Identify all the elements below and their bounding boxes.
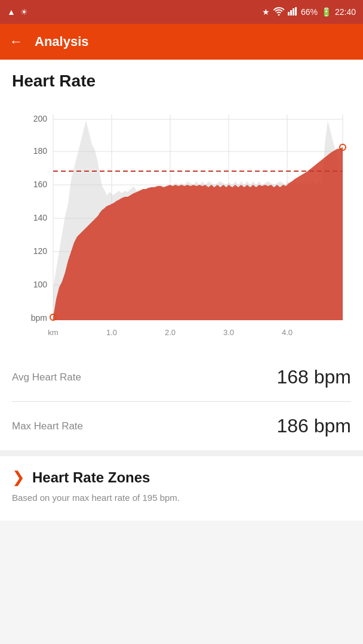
signal-icon — [288, 7, 297, 17]
heart-rate-chart: 200 180 160 140 120 100 bpm — [11, 97, 352, 347]
svg-text:200: 200 — [33, 114, 48, 123]
status-bar: ▲ ☀ ★ 66% 🔋 22:40 — [0, 0, 363, 24]
svg-text:140: 140 — [33, 213, 48, 222]
max-heart-rate-value: 186 bpm — [276, 415, 351, 437]
avg-heart-rate-value: 168 bpm — [276, 366, 351, 388]
back-button[interactable]: ← — [10, 34, 23, 49]
svg-text:1.0: 1.0 — [106, 328, 117, 337]
stats-section: Avg Heart Rate 168 bpm Max Heart Rate 18… — [0, 353, 363, 450]
wifi-icon — [273, 7, 284, 17]
chart-wrapper: 200 180 160 140 120 100 bpm — [11, 97, 352, 347]
svg-text:3.0: 3.0 — [223, 328, 234, 337]
svg-text:120: 120 — [33, 246, 48, 256]
avg-heart-rate-row: Avg Heart Rate 168 bpm — [12, 353, 351, 401]
weather-icon: ☀ — [20, 7, 28, 17]
section-divider — [0, 450, 363, 456]
zones-header: ❯ Heart Rate Zones — [12, 468, 351, 487]
svg-text:160: 160 — [33, 179, 48, 189]
svg-text:180: 180 — [33, 146, 48, 156]
avg-heart-rate-label: Avg Heart Rate — [12, 371, 81, 383]
clock: 22:40 — [335, 7, 356, 17]
svg-rect-3 — [295, 7, 297, 16]
svg-text:bpm: bpm — [31, 313, 47, 323]
status-right-icons: ★ 66% 🔋 22:40 — [262, 7, 356, 17]
svg-text:2.0: 2.0 — [165, 328, 176, 337]
app-header: ← Analysis — [0, 24, 363, 60]
battery-icon: 🔋 — [321, 7, 331, 17]
page-title: Analysis — [35, 34, 89, 49]
heart-rate-zones-section[interactable]: ❯ Heart Rate Zones Based on your max hea… — [0, 456, 363, 521]
notification-icon: ▲ — [7, 7, 16, 17]
max-heart-rate-row: Max Heart Rate 186 bpm — [12, 401, 351, 450]
heart-rate-chart-container: 200 180 160 140 120 100 bpm — [0, 97, 363, 353]
svg-rect-0 — [288, 12, 290, 16]
chevron-right-icon: ❯ — [12, 468, 25, 487]
svg-text:km: km — [48, 328, 58, 337]
svg-text:4.0: 4.0 — [282, 328, 293, 337]
battery-level: 66% — [301, 7, 318, 17]
heart-rate-title: Heart Rate — [0, 60, 363, 97]
zones-title: Heart Rate Zones — [32, 469, 150, 486]
bluetooth-icon: ★ — [262, 7, 270, 17]
svg-rect-1 — [290, 10, 292, 16]
main-content: Heart Rate 200 180 160 140 120 100 bpm — [0, 60, 363, 521]
max-heart-rate-label: Max Heart Rate — [12, 420, 83, 432]
status-left-icons: ▲ ☀ — [7, 7, 28, 17]
zones-subtitle: Based on your max heart rate of 195 bpm. — [12, 493, 351, 503]
svg-text:100: 100 — [33, 280, 48, 289]
svg-rect-2 — [293, 8, 294, 16]
